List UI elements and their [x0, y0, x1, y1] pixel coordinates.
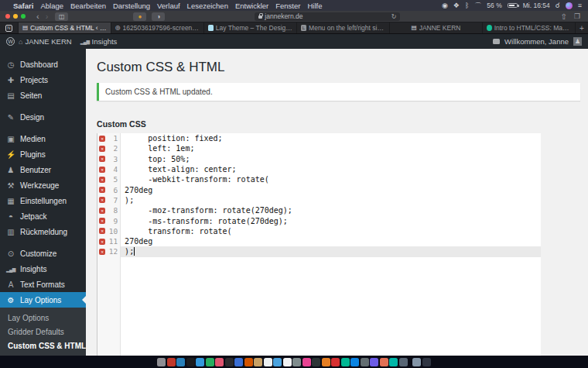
sidebar-item-medien[interactable]: ▣Medien	[0, 131, 86, 146]
css-code-editor[interactable]: ✕1 position: fixed;✕2 left: 1em;✕3 top: …	[97, 133, 541, 368]
tab-custom-css-html-jann[interactable]: ▤Custom CSS & HTML ‹ JANN...	[19, 22, 111, 33]
wifi-icon[interactable]: ⌒	[474, 1, 481, 11]
close-window-button[interactable]	[5, 14, 10, 19]
submenu-item-gridder-defaults[interactable]: Gridder Defaults	[0, 325, 86, 339]
menu-darstellung[interactable]: Darstellung	[113, 2, 150, 10]
code-text[interactable]: left: 1em;	[121, 143, 541, 153]
editor-empty-code-area[interactable]	[121, 257, 541, 368]
lint-error-icon[interactable]: ✕	[99, 239, 105, 245]
notification-center-icon[interactable]: ≡	[578, 2, 582, 9]
menu-ablage[interactable]: Ablage	[40, 2, 63, 10]
editor-line-8[interactable]: ✕8 -moz-transform: rotate(270deg);	[97, 205, 541, 215]
menu-verlauf[interactable]: Verlauf	[157, 2, 180, 10]
tab-overview-button[interactable]: ❐	[572, 12, 583, 20]
sidebar-item-seiten[interactable]: ▤Seiten	[0, 88, 86, 103]
code-text[interactable]: transform: rotate(	[121, 226, 541, 236]
admin-bar-site-link[interactable]: ⌂ JANNE KERN	[19, 37, 72, 46]
dock-app-icon[interactable]	[244, 358, 253, 366]
submenu-item-custom-css-html[interactable]: Custom CSS & HTML	[0, 339, 86, 353]
greeting-label[interactable]: Willkommen, Janne	[504, 37, 569, 46]
dock-app-icon[interactable]	[206, 358, 214, 366]
dock-app-icon[interactable]	[370, 358, 378, 366]
dock-app-icon[interactable]	[361, 358, 369, 366]
menu-safari[interactable]: Safari	[13, 2, 33, 10]
eye-icon[interactable]: ◉	[442, 2, 448, 9]
dock-app-icon[interactable]	[264, 358, 272, 366]
sidebar-item-text-formats[interactable]: AText Formats	[0, 277, 86, 292]
sidebar-item-design[interactable]: ✎Design	[0, 109, 86, 125]
editor-empty-area[interactable]	[97, 257, 541, 368]
dock-app-icon[interactable]	[322, 358, 330, 366]
code-text[interactable]: -webkit-transform: rotate(	[121, 174, 541, 184]
wordpress-logo-icon[interactable]: W	[6, 37, 15, 46]
code-text[interactable]: 270deg	[121, 184, 541, 194]
dock-app-icon[interactable]	[341, 358, 350, 366]
siri-icon[interactable]	[566, 2, 573, 9]
lint-error-icon[interactable]: ✕	[99, 177, 105, 183]
dock-app-icon[interactable]	[215, 358, 224, 366]
lint-error-icon[interactable]: ✕	[99, 197, 105, 203]
dock-app-icon[interactable]	[389, 358, 398, 366]
vpn-icon[interactable]: ❖	[453, 2, 460, 9]
sidebar-item-benutzer[interactable]: ♟Benutzer	[0, 162, 86, 177]
sidebar-item-lay-options[interactable]: ⚙Lay Options	[0, 292, 86, 308]
sidebar-item-werkzeuge[interactable]: ⚒Werkzeuge	[0, 177, 86, 193]
menu-lesezeichen[interactable]: Lesezeichen	[187, 2, 228, 10]
dock-app-icon[interactable]	[176, 358, 185, 366]
pinned-tab[interactable]: N	[0, 22, 19, 33]
sidebar-item-jetpack[interactable]: ◓Jetpack	[0, 208, 86, 224]
dock-app-icon[interactable]	[186, 358, 195, 366]
sidebar-item-plugins[interactable]: ⚡Plugins	[0, 146, 86, 162]
dock-app-icon[interactable]	[225, 358, 234, 366]
menu-entwickler[interactable]: Entwickler	[235, 2, 268, 10]
lint-error-icon[interactable]: ✕	[99, 218, 105, 224]
dock-app-icon[interactable]	[157, 358, 166, 366]
dock-app-icon[interactable]	[292, 358, 301, 366]
code-text[interactable]: );	[121, 195, 541, 205]
editor-line-4[interactable]: ✕4 text-align: center;	[97, 164, 541, 174]
extension-button[interactable]: ●	[133, 12, 146, 21]
dock-app-icon[interactable]	[254, 358, 262, 366]
minimize-window-button[interactable]	[13, 14, 18, 19]
lint-error-icon[interactable]: ✕	[99, 136, 105, 142]
lint-error-icon[interactable]: ✕	[99, 187, 105, 193]
code-text[interactable]: 270deg	[121, 236, 541, 246]
editor-line-5[interactable]: ✕5 -webkit-transform: rotate(	[97, 174, 541, 184]
dock-app-icon[interactable]	[273, 358, 282, 366]
spotlight-icon[interactable]: ☌	[556, 2, 560, 9]
dock-app-icon[interactable]	[196, 358, 204, 366]
menu-bearbeiten[interactable]: Bearbeiten	[70, 2, 106, 10]
code-text[interactable]: text-align: center;	[121, 164, 541, 174]
lint-error-icon[interactable]: ✕	[99, 146, 105, 152]
new-tab-button[interactable]: +	[576, 22, 588, 33]
sidebar-item-r-ckmeldung[interactable]: ▥Rückmeldung	[0, 224, 86, 239]
dock-app-icon[interactable]	[422, 358, 431, 366]
zoom-window-button[interactable]	[21, 14, 26, 19]
editor-line-2[interactable]: ✕2 left: 1em;	[97, 143, 541, 153]
editor-line-9[interactable]: ✕9 -ms-transform: rotate(270deg);	[97, 215, 541, 225]
menu-hilfe[interactable]: Hilfe	[307, 2, 322, 10]
dock-app-icon[interactable]	[312, 358, 320, 366]
dock-app-icon[interactable]	[399, 358, 408, 366]
editor-line-3[interactable]: ✕3 top: 50%;	[97, 154, 541, 164]
code-text[interactable]: top: 50%;	[121, 154, 541, 164]
editor-line-6[interactable]: ✕6270deg	[97, 184, 541, 194]
tab-janne-kern[interactable]: ▤JANNE KERN	[390, 22, 483, 33]
editor-line-10[interactable]: ✕10 transform: rotate(	[97, 226, 541, 236]
forward-button[interactable]: ›	[43, 12, 52, 21]
lint-error-icon[interactable]: ✕	[99, 228, 105, 234]
admin-bar-insights-link[interactable]: ▂▄▆ Insights	[80, 37, 118, 46]
dock-app-icon[interactable]	[380, 358, 388, 366]
lint-error-icon[interactable]: ✕	[99, 167, 105, 173]
editor-line-7[interactable]: ✕7);	[97, 195, 541, 205]
reader-extension-button[interactable]: ◑	[152, 12, 165, 21]
code-text[interactable]: );	[121, 246, 541, 256]
menu-fenster[interactable]: Fenster	[275, 2, 300, 10]
tab-1625036197596-screen-shot[interactable]: ◎1625036197596-screen-shot...	[111, 22, 204, 33]
address-bar[interactable]: jannekern.de ↻	[255, 12, 400, 21]
bluetooth-icon[interactable]: ᛒ	[465, 2, 469, 9]
sidebar-toggle-button[interactable]: ◫	[55, 12, 68, 21]
editor-line-12[interactable]: ✕12);	[97, 246, 541, 256]
share-button[interactable]: ⇧	[556, 12, 572, 21]
avatar[interactable]: ♟	[573, 37, 582, 46]
